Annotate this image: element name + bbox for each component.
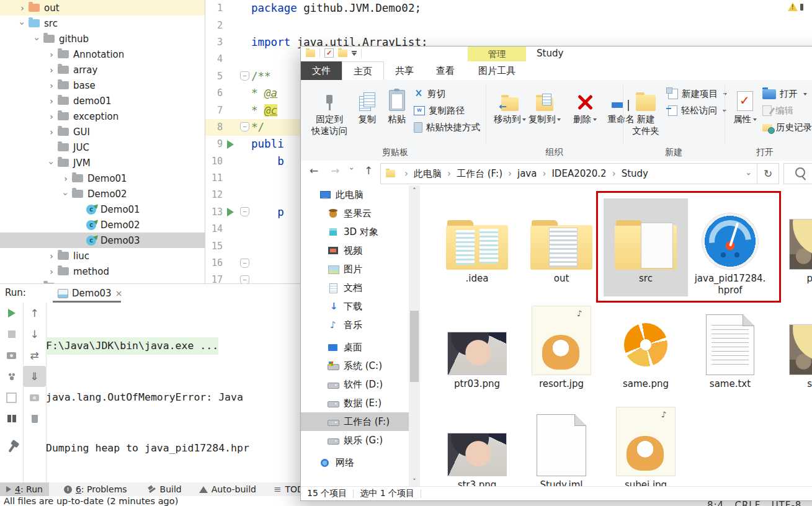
nav-item[interactable]: 视频 [301, 241, 409, 260]
copy-button[interactable]: 复制 [353, 84, 381, 125]
tree-row[interactable]: Demo02 [0, 217, 205, 233]
history-button[interactable]: 历史记录 [762, 120, 812, 135]
nav-item[interactable]: 网络 [301, 453, 409, 472]
tree-chevron-icon[interactable] [16, 3, 29, 13]
down-stack-button[interactable]: ↓ [23, 324, 46, 345]
tree-chevron-icon[interactable] [45, 96, 58, 106]
rerun-button[interactable] [0, 303, 23, 324]
back-button[interactable]: ← [310, 164, 318, 177]
tree-chevron-icon[interactable] [45, 158, 58, 168]
tree-chevron-icon[interactable] [16, 19, 29, 29]
tree-row[interactable]: Demo01 [0, 202, 205, 217]
paste-button[interactable]: 粘贴 [383, 84, 411, 125]
up-stack-button[interactable]: ↑ [23, 303, 46, 324]
nav-item[interactable]: 系统 (C:) [301, 357, 409, 375]
tree-chevron-icon[interactable] [45, 251, 58, 261]
inspection-widget[interactable] [788, 2, 803, 11]
file-item[interactable]: same.txt [688, 304, 772, 390]
breadcrumb-item[interactable]: 此电脑 [399, 168, 442, 180]
breadcrumb-item[interactable]: Study [607, 168, 648, 180]
tab-share[interactable]: 共享 [384, 61, 425, 80]
screenshot-button[interactable] [0, 345, 23, 366]
project-tree[interactable]: out src github Annotation array bas [0, 0, 205, 283]
up-button[interactable]: ↑ [364, 164, 373, 177]
nav-item[interactable]: 软件 (D:) [301, 375, 409, 394]
tree-chevron-icon[interactable] [45, 127, 58, 137]
file-item[interactable]: subei.jpg [604, 405, 688, 487]
scroll-to-end-button[interactable]: ⇓ [23, 366, 46, 387]
cut-button[interactable]: 剪切 [414, 86, 445, 102]
address-dropdown-icon[interactable]: › [744, 172, 754, 175]
nav-item[interactable]: 娱乐 (G:) [301, 431, 409, 450]
tree-row[interactable]: exception [0, 109, 205, 124]
file-item[interactable]: str. [772, 304, 812, 390]
soft-wrap-button[interactable]: ⇄ [23, 345, 46, 366]
tab-home[interactable]: 主页 [342, 61, 384, 80]
toolwindow-build-button[interactable]: Build [142, 482, 188, 496]
nav-item[interactable]: 桌面 [301, 338, 409, 357]
toolwindow-problems-button[interactable]: ! 6: Problems [58, 482, 133, 496]
tree-row[interactable]: Demo01 [0, 171, 205, 186]
tree-chevron-icon[interactable] [45, 81, 58, 91]
paste-shortcut-button[interactable]: 粘贴快捷方式 [414, 120, 480, 135]
properties-button[interactable]: 属性 [731, 84, 759, 125]
tree-row[interactable]: Demo02 [0, 186, 205, 202]
file-item[interactable]: str3.png [435, 405, 519, 487]
tree-row[interactable]: src [0, 16, 205, 31]
tree-row[interactable]: array [0, 62, 205, 78]
copy-path-button[interactable]: W复制路径 [414, 103, 465, 118]
manage-contextual-tab[interactable]: 管理 [468, 47, 526, 61]
nav-item[interactable]: 图片 [301, 260, 409, 278]
navigation-pane[interactable]: 此电脑 坚果云 3D 对象 视频 图片 文档 [301, 185, 409, 487]
qat-customize-icon[interactable] [352, 51, 357, 56]
tree-chevron-icon[interactable] [45, 65, 58, 75]
toolwindow-run-button[interactable]: 4: Run [0, 482, 49, 496]
address-input[interactable]: 此电脑工作台 (F:)javaIDEA2020.2Study › ↻ [380, 163, 779, 184]
file-item[interactable]: src [604, 198, 688, 296]
delete-button[interactable]: 删除 [570, 84, 600, 125]
move-to-button[interactable]: ← 移动到 [493, 84, 527, 125]
tree-row[interactable]: liuc [0, 248, 205, 264]
nav-item[interactable]: 此电脑 [301, 185, 409, 204]
tree-row[interactable]: out [0, 0, 205, 16]
file-item[interactable]: ptr. [772, 198, 812, 296]
search-input[interactable] [783, 163, 812, 184]
file-item[interactable]: java_pid17284. hprof [688, 198, 772, 296]
properties-qat-icon[interactable]: ✓ [324, 48, 334, 58]
export-button[interactable] [0, 387, 23, 408]
tree-chevron-icon[interactable] [45, 112, 58, 122]
tree-chevron-icon[interactable] [45, 267, 58, 277]
tree-chevron-icon[interactable] [45, 50, 58, 60]
new-item-button[interactable]: 新建项目 [668, 86, 727, 102]
tree-row[interactable]: demo01 [0, 93, 205, 109]
tree-chevron-icon[interactable] [60, 189, 72, 199]
tree-row[interactable]: JVM [0, 155, 205, 171]
folder-icon[interactable] [306, 50, 315, 57]
edit-button[interactable]: 编辑 [762, 103, 793, 118]
nav-item[interactable]: 坚果云 [301, 204, 409, 223]
scrollbar-thumb[interactable] [410, 311, 419, 382]
tree-row[interactable]: github [0, 31, 205, 47]
file-item[interactable]: same.png [604, 304, 688, 390]
nav-scrollbar[interactable]: ˄ ˅ [409, 185, 420, 487]
tree-row[interactable]: Annotation [0, 47, 205, 62]
stop-button[interactable] [0, 324, 23, 345]
forward-button[interactable]: → [331, 164, 339, 177]
tree-chevron-icon[interactable] [31, 34, 43, 44]
tree-row[interactable]: Demo03 [0, 233, 205, 248]
tab-file[interactable]: 文件 [301, 61, 342, 80]
recent-locations-icon[interactable]: › [347, 167, 356, 171]
tree-row[interactable]: method [0, 264, 205, 279]
toolwindow-autobuild-button[interactable]: Auto-build [193, 482, 262, 496]
nav-item[interactable]: 音乐 [301, 316, 409, 334]
new-folder-qat-icon[interactable] [338, 50, 347, 57]
file-item[interactable]: resort.jpg [519, 304, 604, 390]
open-button[interactable]: 打开 [762, 86, 807, 102]
tab-close-icon[interactable]: × [115, 288, 123, 298]
nav-item[interactable]: 工作台 (F:) [301, 412, 409, 431]
nav-item[interactable]: 文档 [301, 278, 409, 297]
print-button[interactable] [23, 387, 46, 408]
file-item[interactable]: out [519, 198, 604, 296]
explorer-title-bar[interactable]: ✓ 管理 Study [301, 47, 812, 61]
file-explorer-window[interactable]: ✓ 管理 Study 文件 主页 共享 查看 图片工具 固定到快速访问 复制 粘… [300, 46, 812, 501]
